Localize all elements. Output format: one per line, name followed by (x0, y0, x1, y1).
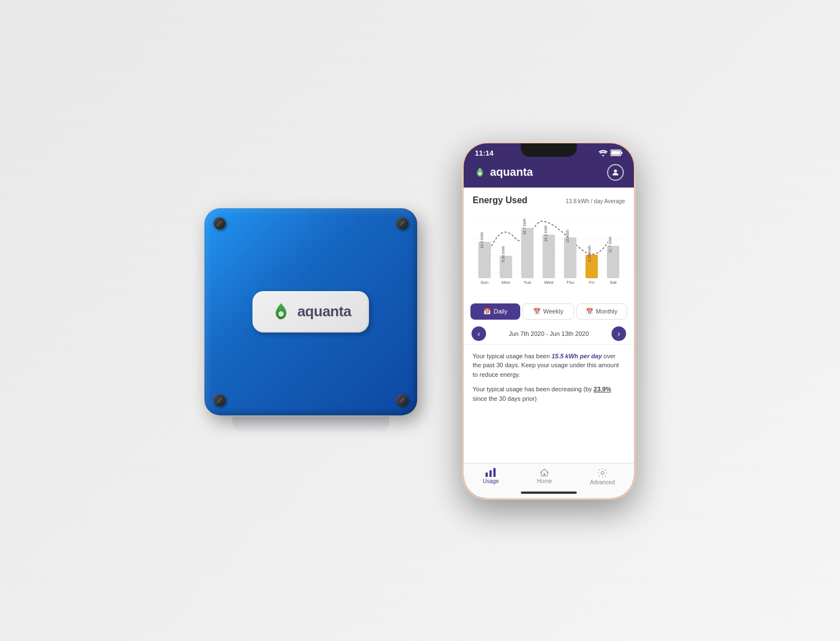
tab-daily-label: Daily (493, 308, 507, 315)
date-nav: ‹ Jun 7th 2020 - Jun 13th 2020 › (464, 323, 634, 344)
tab-daily[interactable]: 📅 Daily (470, 303, 520, 320)
prev-date-button[interactable]: ‹ (472, 326, 486, 341)
app-header: aquanta (464, 160, 634, 188)
bottom-nav: Usage Home (464, 463, 634, 489)
home-icon (539, 468, 550, 477)
svg-text:Tue: Tue (524, 280, 531, 285)
tab-weekly[interactable]: 📅 Weekly (522, 303, 573, 320)
svg-rect-34 (493, 468, 496, 477)
nav-home-label: Home (537, 478, 552, 484)
next-date-button[interactable]: › (612, 326, 626, 341)
aquanta-logo-icon (270, 301, 292, 322)
phone-screen: 11:14 (464, 143, 634, 498)
scene: aquanta 11:14 (0, 0, 840, 641)
info-section: Your typical usage has been 15.5 kWh per… (464, 344, 634, 463)
svg-text:Sun: Sun (480, 280, 488, 285)
svg-text:Sat: Sat (610, 280, 617, 285)
calendar-daily-icon: 📅 (483, 308, 491, 315)
device-label: aquanta (253, 291, 369, 333)
device-container: aquanta (204, 208, 417, 433)
screw-tl (213, 217, 226, 230)
gear-icon (597, 468, 608, 478)
svg-text:14.6 kWh: 14.6 kWh (480, 232, 484, 249)
wifi-icon (599, 149, 608, 156)
usage-info-text-2: Your typical usage has been decreasing (… (473, 385, 625, 403)
svg-rect-19 (564, 237, 576, 278)
nav-home[interactable]: Home (537, 468, 552, 485)
usage-highlight: 15.5 kWh per day (552, 353, 602, 359)
svg-text:12.7 kWh: 12.7 kWh (608, 236, 612, 253)
svg-text:Fri: Fri (589, 280, 595, 285)
bar-chart-icon (485, 468, 496, 477)
svg-point-35 (544, 474, 545, 475)
svg-rect-32 (486, 472, 488, 477)
device-box: aquanta (204, 208, 417, 415)
device-reflection (232, 417, 389, 433)
svg-text:Wed: Wed (544, 280, 553, 285)
usage-info-text-1: Your typical usage has been 15.5 kWh per… (473, 352, 625, 380)
tab-monthly-label: Monthly (596, 308, 618, 315)
nav-advanced[interactable]: Advanced (590, 468, 615, 485)
chart-svg: 14.6 kWh 9.96 kWh 18.7 kWh 16 (473, 211, 625, 292)
app-logo: aquanta (474, 166, 533, 179)
svg-text:Mon: Mon (502, 280, 511, 285)
energy-section: Energy Used 13.8 kWh / day Average (464, 188, 634, 300)
svg-rect-33 (489, 470, 492, 477)
app-logo-text: aquanta (490, 166, 533, 179)
svg-point-5 (478, 172, 482, 175)
svg-rect-3 (622, 152, 623, 154)
svg-text:18.7 kWh: 18.7 kWh (522, 218, 526, 235)
tabs-container: 📅 Daily 📅 Weekly 📅 Monthly (464, 300, 634, 323)
info-pre-text: Your typical usage has been (473, 353, 552, 359)
screw-br (396, 394, 408, 406)
energy-avg: 13.8 kWh / day Average (566, 198, 625, 204)
status-time: 11:14 (475, 149, 493, 157)
status-icons (599, 149, 623, 156)
svg-rect-4 (612, 151, 620, 155)
app-content: Energy Used 13.8 kWh / day Average (464, 188, 634, 498)
nav-usage[interactable]: Usage (483, 468, 499, 485)
phone-notch (521, 143, 577, 157)
svg-point-6 (614, 169, 617, 172)
energy-title: Energy Used (473, 195, 528, 205)
screw-bl (213, 394, 226, 406)
nav-usage-label: Usage (483, 478, 499, 484)
svg-text:16.2 kWh: 16.2 kWh (544, 225, 548, 242)
svg-point-0 (278, 311, 284, 317)
phone-inner: 11:14 (464, 143, 634, 498)
svg-point-36 (601, 471, 604, 474)
svg-text:9.28 kWh: 9.28 kWh (587, 245, 591, 262)
tab-monthly[interactable]: 📅 Monthly (576, 303, 627, 320)
energy-header: Energy Used 13.8 kWh / day Average (473, 195, 625, 205)
user-avatar-icon (611, 168, 620, 177)
calendar-monthly-icon: 📅 (586, 308, 594, 315)
decrease-highlight: 23.9% (594, 386, 611, 392)
calendar-weekly-icon: 📅 (533, 308, 541, 315)
date-range: Jun 7th 2020 - Jun 13th 2020 (508, 330, 589, 337)
user-icon[interactable] (607, 164, 624, 181)
svg-text:15 kWh: 15 kWh (566, 230, 570, 243)
screw-tr (396, 217, 408, 230)
phone: 11:14 (462, 142, 636, 500)
info2-pre-text: Your typical usage has been decreasing (… (473, 386, 594, 392)
home-indicator (464, 489, 634, 498)
svg-text:9.96 kWh: 9.96 kWh (501, 246, 505, 263)
info2-post-text: since the 30 days prior) (473, 395, 536, 402)
tab-weekly-label: Weekly (543, 308, 563, 315)
app-logo-icon (474, 166, 486, 179)
battery-icon (610, 149, 623, 156)
nav-advanced-label: Advanced (590, 479, 615, 485)
svg-point-1 (603, 155, 604, 157)
phone-wrapper: 11:14 (462, 142, 636, 500)
svg-text:Thu: Thu (566, 280, 574, 285)
home-bar (521, 492, 577, 494)
chart-container: 14.6 kWh 9.96 kWh 18.7 kWh 16 (473, 211, 625, 292)
device-logo-text: aquanta (297, 303, 351, 320)
